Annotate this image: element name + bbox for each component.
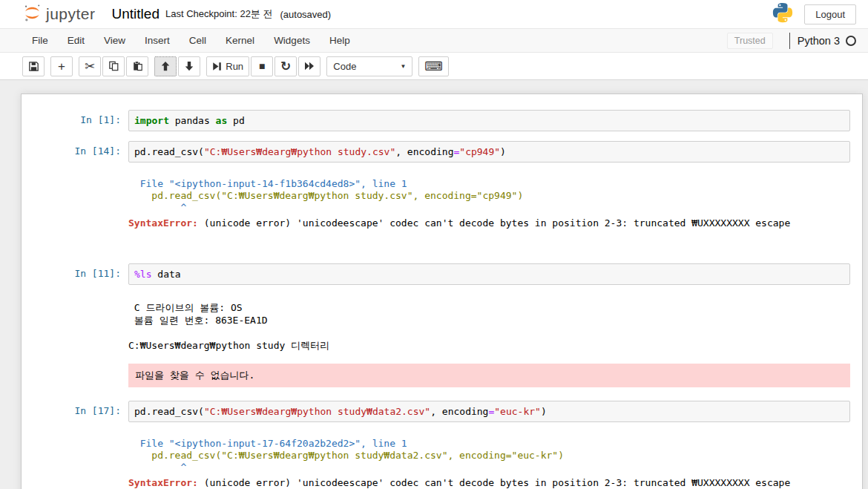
toolbar: + ✂: [0, 53, 868, 80]
menu-item-widgets[interactable]: Widgets: [264, 30, 320, 51]
run-cell-button[interactable]: Run: [206, 56, 249, 76]
code-cell-1: In [1]: import pandas as pd: [22, 110, 862, 131]
code-cell-3: In [11]: %ls data: [22, 263, 862, 285]
interrupt-kernel-button[interactable]: ■: [251, 56, 273, 76]
cell-input[interactable]: pd.read_csv("C:₩Users₩dearg₩python study…: [128, 401, 850, 422]
plus-icon: +: [58, 60, 65, 73]
traceback-caret-line: ^: [128, 462, 850, 473]
notebook-title[interactable]: Untitled: [112, 6, 160, 22]
menu-item-edit[interactable]: Edit: [58, 30, 94, 51]
cell-input[interactable]: import pandas as pd: [128, 110, 850, 131]
python-logo-icon: [772, 1, 794, 27]
cell-type-value: Code: [333, 61, 356, 72]
menu-item-kernel[interactable]: Kernel: [216, 30, 264, 51]
run-button-label: Run: [226, 61, 243, 72]
paste-cell-button[interactable]: [126, 56, 148, 76]
jupyter-logo-icon: [22, 3, 42, 26]
menu-item-view[interactable]: View: [94, 30, 135, 51]
input-prompt: In [17]:: [22, 401, 128, 422]
run-icon: [212, 62, 222, 71]
menu-item-help[interactable]: Help: [320, 30, 360, 51]
input-prompt: In [14]:: [22, 141, 128, 163]
traceback-file-line: File "<ipython-input-14-f1b364cd4ed8>", …: [128, 178, 850, 190]
menu-item-cell[interactable]: Cell: [180, 30, 216, 51]
cell-input[interactable]: %ls data: [128, 263, 850, 285]
save-button[interactable]: [22, 56, 45, 76]
move-cell-down-button[interactable]: [178, 56, 200, 76]
restart-run-all-button[interactable]: [298, 56, 320, 76]
logout-button[interactable]: Logout: [804, 4, 856, 24]
notebook-background: In [1]: import pandas as pd In [14]: pd.…: [0, 80, 868, 489]
save-icon: [29, 62, 39, 71]
traceback-code-line: pd.read_csv("C:₩Users₩dearg₩python study…: [128, 190, 850, 202]
paste-icon: [133, 61, 142, 71]
code-cell-4: In [17]: pd.read_csv("C:₩Users₩dearg₩pyt…: [22, 401, 862, 422]
fast-forward-icon: [304, 62, 315, 70]
traceback-caret-line: ^: [128, 202, 850, 214]
chevron-down-icon: ▼: [400, 63, 406, 70]
input-prompt: In [11]:: [22, 263, 128, 285]
code-cell-2: In [14]: pd.read_csv("C:₩Users₩dearg₩pyt…: [22, 141, 862, 163]
copy-cell-button[interactable]: [102, 56, 125, 76]
input-prompt: In [1]:: [22, 110, 128, 131]
restart-kernel-button[interactable]: ↻: [274, 56, 297, 76]
traceback: File "<ipython-input-14-f1b364cd4ed8>", …: [128, 172, 850, 229]
menubar: File Edit View Insert Cell Kernel Widget…: [0, 28, 868, 53]
kernel-separator: [789, 33, 790, 49]
kernel-idle-icon: [846, 36, 856, 46]
stop-icon: ■: [259, 61, 265, 71]
cell-input[interactable]: pd.read_csv("C:₩Users₩dearg₩python study…: [128, 141, 850, 163]
cell-type-dropdown[interactable]: Code ▼: [326, 56, 412, 76]
menu-item-insert[interactable]: Insert: [135, 30, 180, 51]
arrow-up-icon: [160, 61, 171, 71]
cell-output: C 드라이브의 볼륨: OS 볼륨 일련 번호: 863E-EA1D C:₩Us…: [22, 295, 862, 401]
traceback-code-line: pd.read_csv("C:₩Users₩dearg₩python study…: [128, 450, 850, 462]
copy-icon: [109, 61, 119, 71]
cut-cell-button[interactable]: ✂: [79, 56, 101, 76]
arrow-down-icon: [184, 61, 194, 71]
stderr-output: 파일을 찾을 수 없습니다.: [128, 364, 850, 387]
traceback: File "<ipython-input-17-64f20a2b2ed2>", …: [128, 432, 850, 489]
traceback-error-line: SyntaxError: (unicode error) 'unicodeesc…: [128, 477, 850, 489]
trusted-badge[interactable]: Trusted: [727, 33, 773, 49]
scissors-icon: ✂: [85, 60, 95, 73]
keyboard-icon: ⌨: [424, 60, 443, 73]
jupyter-logo[interactable]: jupyter: [22, 3, 96, 26]
move-cell-up-button[interactable]: [154, 56, 177, 76]
jupyter-logo-text: jupyter: [46, 5, 96, 23]
stream-output: C 드라이브의 볼륨: OS 볼륨 일련 번호: 863E-EA1D C:₩Us…: [128, 295, 850, 352]
traceback-error-line: SyntaxError: (unicode error) 'unicodeesc…: [128, 217, 850, 229]
cell-output: File "<ipython-input-17-64f20a2b2ed2>", …: [22, 432, 862, 489]
command-palette-button[interactable]: ⌨: [418, 56, 449, 76]
header: jupyter Untitled Last Checkpoint: 22분 전 …: [0, 0, 868, 28]
traceback-file-line: File "<ipython-input-17-64f20a2b2ed2>", …: [128, 438, 850, 450]
cell-output: File "<ipython-input-14-f1b364cd4ed8>", …: [22, 172, 862, 263]
restart-icon: ↻: [280, 60, 291, 73]
menu-item-file[interactable]: File: [22, 30, 58, 51]
checkpoint-text: Last Checkpoint: 22분 전: [165, 7, 273, 21]
autosaved-text: (autosaved): [280, 9, 331, 20]
notebook-container: In [1]: import pandas as pd In [14]: pd.…: [21, 93, 863, 489]
kernel-name: Python 3: [798, 35, 840, 47]
add-cell-button[interactable]: +: [50, 56, 73, 76]
